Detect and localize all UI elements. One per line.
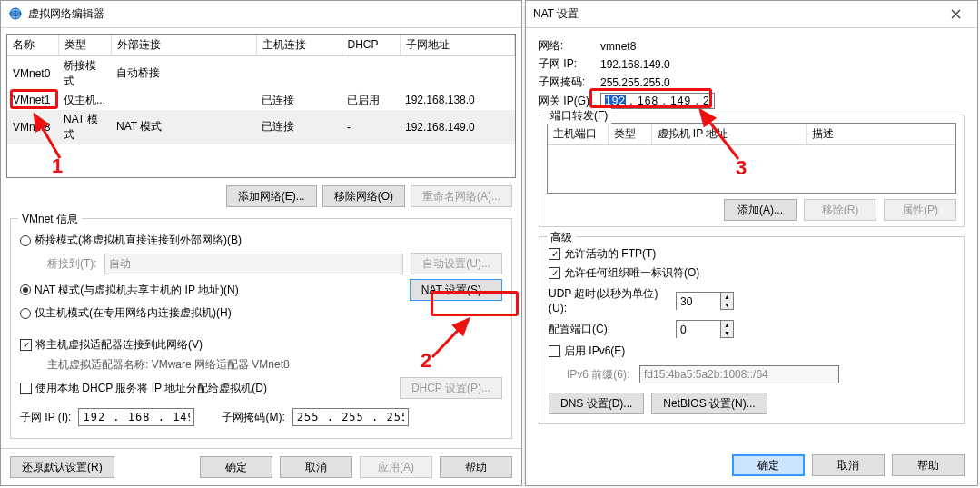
ok-button[interactable]: 确定 [200, 456, 272, 478]
titlebar: 虚拟网络编辑器 [1, 1, 521, 28]
table-row[interactable]: VMnet1仅主机...已连接已启用192.168.138.0 [7, 91, 515, 110]
table-row-selected[interactable]: VMnet8NAT 模式NAT 模式已连接-192.168.149.0 [7, 110, 515, 144]
titlebar: NAT 设置 [526, 1, 977, 28]
subnet-ip-label: 子网 IP (I): [20, 410, 71, 425]
subnet-mask-value: 255.255.255.0 [600, 76, 670, 89]
bridge-to-label: 桥接到(T): [47, 256, 97, 272]
pf-add-button[interactable]: 添加(A)... [724, 199, 797, 221]
radio-nat[interactable]: NAT 模式(与虚拟机共享主机的 IP 地址)(N) [20, 283, 239, 298]
config-port-label: 配置端口(C): [549, 322, 676, 337]
subnet-mask-label: 子网掩码: [539, 75, 597, 90]
spin-up-icon[interactable]: ▲ [721, 321, 733, 329]
col-subnet[interactable]: 子网地址 [400, 35, 515, 56]
bridge-to-select: 自动 [104, 254, 404, 274]
col-dhcp[interactable]: DHCP [342, 35, 400, 56]
radio-hostonly[interactable]: 仅主机模式(在专用网络内连接虚拟机)(H) [20, 305, 232, 321]
network-label: 网络: [539, 38, 597, 54]
rename-network-button: 重命名网络(A)... [411, 185, 512, 207]
vmnet-info-legend: VMnet 信息 [18, 212, 82, 227]
window-title: NAT 设置 [533, 6, 939, 22]
port-forward-legend: 端口转发(F) [547, 108, 611, 124]
cancel-button[interactable]: 取消 [280, 456, 352, 478]
gateway-ip-input[interactable]: 192 . 168 . 149 . 2 [600, 93, 715, 109]
check-ipv6[interactable]: 启用 IPv6(E) [549, 344, 625, 359]
col-host[interactable]: 主机连接 [256, 35, 342, 56]
col-name[interactable]: 名称 [7, 35, 58, 56]
host-adapter-name: 主机虚拟适配器名称: VMware 网络适配器 VMnet8 [47, 357, 290, 373]
ipv6-prefix-input [639, 365, 839, 383]
udp-timeout-label: UDP 超时(以秒为单位)(U): [549, 286, 676, 314]
subnet-mask-label: 子网掩码(M): [222, 410, 284, 425]
remove-network-button[interactable]: 移除网络(O) [322, 185, 405, 207]
advanced-group: 高级 ✓允许活动的 FTP(T) ✓允许任何组织唯一标识符(O) UDP 超时(… [539, 236, 965, 424]
udp-timeout-input[interactable]: ▲▼ [676, 292, 734, 310]
app-icon [8, 6, 23, 21]
subnet-ip-input[interactable] [78, 408, 194, 426]
close-button[interactable] [939, 1, 972, 27]
pf-remove-button: 移除(R) [804, 199, 876, 221]
spin-up-icon[interactable]: ▲ [721, 293, 733, 301]
pf-props-button: 属性(P) [884, 199, 956, 221]
netbios-settings-button[interactable]: NetBIOS 设置(N)... [651, 393, 767, 414]
subnet-ip-value: 192.168.149.0 [600, 58, 670, 71]
network-value: vmnet8 [600, 40, 636, 53]
window-title: 虚拟网络编辑器 [28, 6, 516, 22]
vmnet-list[interactable]: 名称 类型 外部连接 主机连接 DHCP 子网地址 VMnet0桥接模式自动桥接… [6, 34, 516, 178]
help-button[interactable]: 帮助 [892, 454, 965, 476]
subnet-ip-label: 子网 IP: [539, 56, 597, 72]
gateway-ip-label: 网关 IP(G): [539, 94, 597, 109]
restore-defaults-button[interactable]: 还原默认设置(R) [10, 456, 114, 478]
col-type[interactable]: 类型 [58, 35, 111, 56]
advanced-legend: 高级 [547, 230, 576, 245]
nat-settings-window: NAT 设置 网络:vmnet8 子网 IP:192.168.149.0 子网掩… [525, 0, 978, 486]
col-ext[interactable]: 外部连接 [111, 35, 256, 56]
gateway-ip-selection: 192 [605, 95, 626, 107]
subnet-mask-input[interactable] [292, 408, 409, 426]
col-desc[interactable]: 描述 [806, 124, 955, 145]
add-network-button[interactable]: 添加网络(E)... [226, 185, 317, 207]
table-row[interactable]: VMnet0桥接模式自动桥接 [7, 55, 515, 91]
auto-settings-button: 自动设置(U)... [411, 253, 502, 274]
col-host-port[interactable]: 主机端口 [548, 124, 608, 145]
check-dhcp[interactable]: 使用本地 DHCP 服务将 IP 地址分配给虚拟机(D) [20, 381, 267, 396]
check-ftp[interactable]: ✓允许活动的 FTP(T) [549, 246, 656, 262]
config-port-input[interactable]: ▲▼ [676, 320, 734, 338]
radio-bridge[interactable]: 桥接模式(将虚拟机直接连接到外部网络)(B) [20, 233, 242, 248]
apply-button: 应用(A) [360, 456, 432, 478]
virtual-network-editor-window: 虚拟网络编辑器 名称 类型 外部连接 主机连接 DHCP 子网地址 VMnet0… [0, 0, 522, 486]
dhcp-settings-button: DHCP 设置(P)... [400, 377, 502, 399]
col-type[interactable]: 类型 [608, 124, 651, 145]
col-vm-ip[interactable]: 虚拟机 IP 地址 [651, 124, 806, 145]
port-forward-list[interactable]: 主机端口 类型 虚拟机 IP 地址 描述 [547, 123, 956, 194]
nat-settings-button[interactable]: NAT 设置(S)... [410, 279, 502, 301]
cancel-button[interactable]: 取消 [812, 454, 885, 476]
ipv6-prefix-label: IPv6 前缀(6): [567, 367, 639, 383]
spin-down-icon[interactable]: ▼ [721, 329, 733, 337]
check-ouid[interactable]: ✓允许任何组织唯一标识符(O) [549, 265, 699, 281]
vmnet-info-group: VMnet 信息 桥接模式(将虚拟机直接连接到外部网络)(B) 桥接到(T): … [10, 218, 512, 439]
close-icon [951, 9, 961, 19]
port-forward-group: 端口转发(F) 主机端口 类型 虚拟机 IP 地址 描述 添加(A)... 移除… [539, 115, 965, 227]
dns-settings-button[interactable]: DNS 设置(D)... [549, 393, 644, 414]
help-button[interactable]: 帮助 [440, 456, 512, 478]
check-host-adapter[interactable]: ✓将主机虚拟适配器连接到此网络(V) [20, 337, 203, 353]
spin-down-icon[interactable]: ▼ [721, 301, 733, 309]
ok-button[interactable]: 确定 [732, 454, 805, 476]
